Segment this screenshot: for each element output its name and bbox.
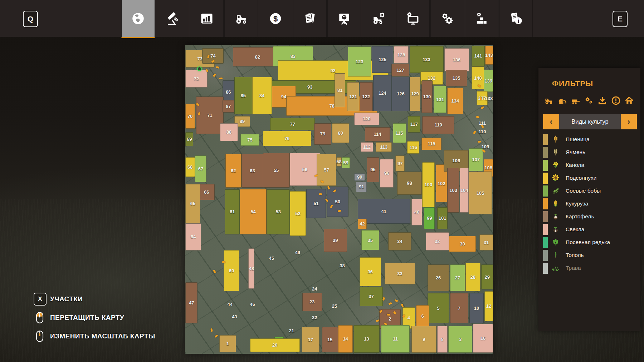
map-field-84[interactable]: 84 <box>252 77 272 114</box>
filter-gears-icon[interactable] <box>584 95 595 106</box>
map-field-12[interactable]: 12 <box>484 291 493 322</box>
map-field-60[interactable]: 60 <box>224 250 240 291</box>
map-canvas[interactable]: 7374828392931231251281271331361411431321… <box>185 45 493 354</box>
map-field-37[interactable]: 37 <box>360 287 383 306</box>
map-field-100[interactable]: 100 <box>422 162 434 207</box>
map-field-129[interactable]: 129 <box>410 77 420 111</box>
map-field-79[interactable]: 79 <box>314 123 331 145</box>
map-field-32[interactable]: 32 <box>426 232 449 250</box>
map-field-87[interactable]: 87 <box>223 100 234 113</box>
crop-filter-canola[interactable]: Канола <box>538 159 640 172</box>
map-field-97[interactable]: 97 <box>395 155 405 172</box>
crop-filter-barley[interactable]: Ячмень <box>538 146 640 159</box>
map-field-59[interactable]: 59 <box>342 157 350 168</box>
map-field-115[interactable]: 115 <box>393 123 406 143</box>
map-field-103[interactable]: 103 <box>447 168 459 213</box>
map-field-15[interactable]: 15 <box>322 327 338 352</box>
map-field-61[interactable]: 61 <box>225 189 240 234</box>
map-field-91[interactable]: 91 <box>356 182 367 192</box>
map-field-118[interactable]: 118 <box>421 138 442 150</box>
map-field-85[interactable]: 85 <box>234 77 252 114</box>
map-field-52[interactable]: 52 <box>290 191 306 236</box>
map-field-62[interactable]: 62 <box>225 154 241 188</box>
map-field-110[interactable]: 110 <box>478 128 487 136</box>
filter-trailer-icon[interactable] <box>570 95 581 106</box>
map-field-120[interactable]: 120 <box>354 113 379 125</box>
filter-home-icon[interactable] <box>624 95 635 106</box>
map-field-28[interactable]: 28 <box>465 263 480 291</box>
map-field-136[interactable]: 136 <box>444 48 469 72</box>
map-field-5[interactable]: 5 <box>428 293 449 323</box>
map-field-58[interactable]: 58 <box>336 157 342 167</box>
map-field-55[interactable]: 55 <box>263 153 290 188</box>
tab-computer[interactable] <box>396 0 430 37</box>
map-field-70[interactable]: 70 <box>185 104 195 129</box>
map-field-141[interactable]: 141 <box>472 46 485 66</box>
map-field-114[interactable]: 114 <box>365 127 390 142</box>
map-field-143[interactable]: 143 <box>485 46 493 65</box>
filter-loader-icon[interactable] <box>557 95 568 106</box>
map-field-34[interactable]: 34 <box>388 232 411 250</box>
tab-statistics[interactable] <box>190 0 224 37</box>
map-field-67[interactable]: 67 <box>195 155 207 182</box>
map-field-44[interactable]: 44 <box>224 300 236 309</box>
map-field-63[interactable]: 63 <box>241 154 263 188</box>
map-field-23[interactable]: 23 <box>302 293 322 311</box>
map-field-124[interactable]: 124 <box>373 75 392 111</box>
map-field-104[interactable]: 104 <box>460 168 469 213</box>
crop-filter-beet[interactable]: Свекла <box>538 223 640 236</box>
crop-filter-grass[interactable]: Трава <box>538 262 640 274</box>
map-field-20[interactable]: 20 <box>250 338 300 352</box>
map-field-123[interactable]: 123 <box>348 46 371 76</box>
tab-finances[interactable]: $ <box>259 0 292 37</box>
map-field-69[interactable]: 69 <box>185 132 193 147</box>
map-field-49[interactable]: 49 <box>292 248 304 257</box>
map-field-16[interactable]: 16 <box>473 324 493 353</box>
map-field-45[interactable]: 45 <box>265 253 278 263</box>
map-field-119[interactable]: 119 <box>422 116 454 134</box>
category-next-button[interactable]: › <box>621 114 637 129</box>
map-field-29[interactable]: 29 <box>481 264 493 289</box>
map-field-50[interactable]: 50 <box>327 187 348 217</box>
map-field-11[interactable]: 11 <box>381 325 410 353</box>
crop-filter-soybean[interactable]: Соевые бобы <box>538 184 640 197</box>
crop-filter-sunflower[interactable]: Подсолнухи <box>538 172 640 184</box>
tab-mods[interactable] <box>465 0 498 37</box>
map-field-35[interactable]: 35 <box>361 230 379 250</box>
map-field-117[interactable]: 117 <box>408 116 420 133</box>
tab-ai-workers[interactable] <box>362 0 395 37</box>
map-field-53[interactable]: 53 <box>267 189 290 234</box>
map-field-21[interactable]: 21 <box>286 326 298 335</box>
map-field-107[interactable]: 107 <box>469 148 483 172</box>
map-field-90[interactable]: 90 <box>354 173 365 181</box>
map-field-66[interactable]: 66 <box>199 184 215 200</box>
map-field-88[interactable]: 88 <box>220 123 238 141</box>
map-field-7[interactable]: 7 <box>450 293 469 323</box>
map-field-64[interactable]: 64 <box>185 223 201 250</box>
map-field-33[interactable]: 33 <box>385 263 415 284</box>
tab-contracts[interactable] <box>293 0 327 37</box>
map-field-101[interactable]: 101 <box>437 207 447 229</box>
crop-filter-corn[interactable]: Кукуруза <box>538 197 640 210</box>
map-field-131[interactable]: 131 <box>434 86 447 113</box>
map-field-122[interactable]: 122 <box>360 82 373 111</box>
map-field-46[interactable]: 46 <box>246 300 258 309</box>
map-field-121[interactable]: 121 <box>347 82 359 111</box>
map-field-1[interactable]: 1 <box>219 335 236 352</box>
crop-filter-potato[interactable]: Картофель <box>538 210 640 223</box>
map-field-76[interactable]: 76 <box>263 131 311 146</box>
map-field-9[interactable]: 9 <box>411 326 436 353</box>
map-field-127[interactable]: 127 <box>391 64 409 76</box>
category-prev-button[interactable]: ‹ <box>543 114 559 129</box>
tab-map[interactable] <box>121 0 155 38</box>
map-field-57[interactable]: 57 <box>317 154 336 186</box>
map-field-26[interactable]: 26 <box>428 264 449 291</box>
map-field-130[interactable]: 130 <box>421 80 433 113</box>
map-field-40[interactable]: 40 <box>411 199 422 225</box>
map-field-116[interactable]: 116 <box>407 141 419 154</box>
map-field-17[interactable]: 17 <box>302 327 319 352</box>
crop-filter-radish[interactable]: Посевная редька <box>538 236 640 249</box>
tab-settings[interactable] <box>430 0 464 37</box>
map-field-126[interactable]: 126 <box>392 77 410 111</box>
map-field-30[interactable]: 30 <box>449 236 476 252</box>
